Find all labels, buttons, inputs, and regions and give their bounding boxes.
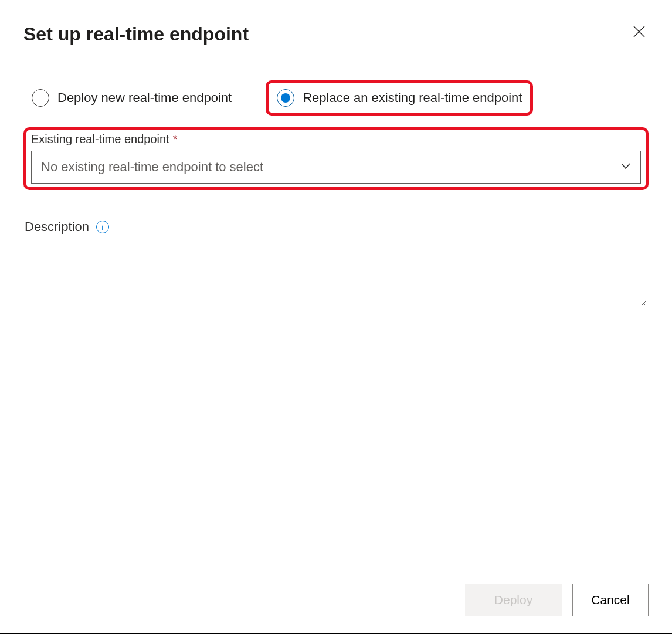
description-textarea[interactable] (25, 242, 647, 306)
description-label-row: Description i (25, 219, 647, 235)
dropdown-placeholder: No existing real-time endpoint to select (41, 160, 263, 175)
radio-icon (32, 89, 49, 107)
radio-label: Replace an existing real-time endpoint (303, 90, 522, 106)
existing-endpoint-label: Existing real-time endpoint (31, 133, 169, 146)
radio-label: Deploy new real-time endpoint (57, 90, 232, 106)
description-field: Description i (23, 219, 649, 308)
description-label: Description (25, 219, 89, 235)
info-icon[interactable]: i (96, 221, 109, 233)
close-icon (633, 25, 646, 41)
required-indicator: * (173, 133, 178, 146)
setup-endpoint-dialog: Set up real-time endpoint Deploy new rea… (0, 0, 672, 634)
dialog-footer: Deploy Cancel (23, 566, 649, 616)
cancel-button[interactable]: Cancel (572, 584, 649, 616)
deploy-mode-radio-group: Deploy new real-time endpoint Replace an… (23, 80, 649, 116)
radio-replace-existing[interactable]: Replace an existing real-time endpoint (266, 80, 533, 116)
chevron-down-icon (620, 160, 631, 175)
existing-endpoint-label-row: Existing real-time endpoint * (31, 133, 641, 146)
radio-deploy-new[interactable]: Deploy new real-time endpoint (23, 83, 240, 113)
dialog-title: Set up real-time endpoint (23, 23, 249, 45)
radio-icon (277, 89, 294, 107)
deploy-button: Deploy (465, 584, 562, 616)
existing-endpoint-field: Existing real-time endpoint * No existin… (23, 127, 649, 190)
close-button[interactable] (630, 23, 649, 42)
existing-endpoint-dropdown[interactable]: No existing real-time endpoint to select (31, 151, 641, 184)
radio-dot-icon (281, 93, 290, 103)
dialog-header: Set up real-time endpoint (23, 23, 649, 45)
